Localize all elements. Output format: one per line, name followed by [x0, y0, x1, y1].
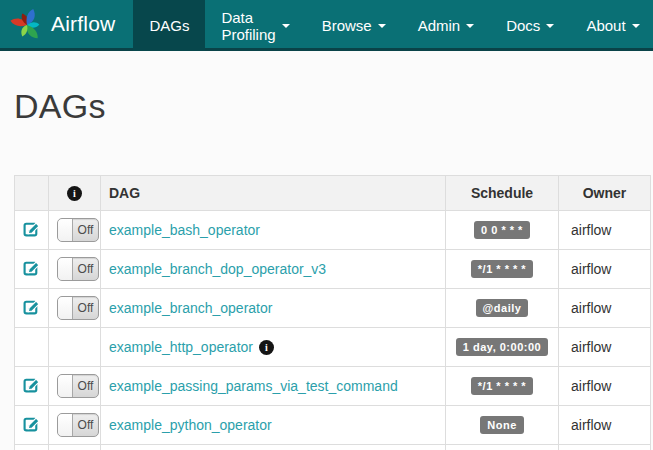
- dag-link[interactable]: example_passing_params_via_test_command: [109, 378, 398, 394]
- edit-cell: [15, 328, 49, 367]
- nav-item-admin[interactable]: Admin: [402, 0, 491, 51]
- schedule-badge: None: [480, 416, 524, 434]
- table-header-row: i DAG Schedule Owner: [15, 176, 651, 211]
- dag-on-off-toggle[interactable]: Off: [57, 413, 99, 437]
- main-content: DAGs i DAG Schedule Owner Offexample_bas…: [0, 87, 653, 450]
- chevron-down-icon: [378, 24, 386, 28]
- dag-on-off-toggle[interactable]: Off: [57, 374, 99, 398]
- edit-dag-icon[interactable]: [23, 220, 40, 237]
- dag-link[interactable]: example_bash_operator: [109, 222, 260, 238]
- chevron-down-icon: [632, 24, 640, 28]
- edit-dag-icon[interactable]: [23, 415, 40, 432]
- dag-cell: example_passing_params_via_test_command: [101, 367, 446, 406]
- table-row: example_http_operatori1 day, 0:00:00airf…: [15, 328, 651, 367]
- schedule-badge: 0 0 * * *: [474, 221, 530, 239]
- edit-cell: [15, 406, 49, 445]
- owner-cell: airflow: [559, 211, 651, 250]
- airflow-brand[interactable]: Airflow: [0, 0, 125, 48]
- dag-cell: example_bash_operator: [101, 211, 446, 250]
- edit-dag-icon[interactable]: [23, 376, 40, 393]
- toggle-knob: [58, 297, 73, 319]
- info-icon: i: [67, 186, 82, 201]
- chevron-down-icon: [466, 24, 474, 28]
- chevron-down-icon: [546, 24, 554, 28]
- schedule-badge: 1 day, 0:00:00: [456, 338, 548, 356]
- dag-link[interactable]: example_branch_dop_operator_v3: [109, 261, 326, 277]
- nav-item-docs[interactable]: Docs: [490, 0, 570, 51]
- header-info-column: i: [49, 176, 101, 211]
- dag-on-off-toggle[interactable]: Off: [57, 257, 99, 281]
- toggle-knob: [58, 258, 73, 280]
- nav-item-label: About: [586, 17, 625, 34]
- nav-item-label: Docs: [506, 17, 540, 34]
- header-edit-column: [15, 176, 49, 211]
- owner-cell: [559, 445, 651, 450]
- schedule-badge: @daily: [476, 299, 529, 317]
- header-schedule[interactable]: Schedule: [446, 176, 559, 211]
- owner-cell: airflow: [559, 328, 651, 367]
- owner-cell: airflow: [559, 289, 651, 328]
- header-dag[interactable]: DAG: [101, 176, 446, 211]
- dag-on-off-toggle[interactable]: Off: [57, 218, 99, 242]
- table-row: Offexample_passing_params_via_test_comma…: [15, 367, 651, 406]
- edit-cell: [15, 250, 49, 289]
- owner-cell: airflow: [559, 367, 651, 406]
- schedule-cell: */1 * * * *: [446, 250, 559, 289]
- owner-cell: airflow: [559, 406, 651, 445]
- dag-link[interactable]: example_python_operator: [109, 417, 272, 433]
- nav-item-label: Data Profiling: [221, 9, 275, 43]
- toggle-knob: [58, 219, 73, 241]
- airflow-pinwheel-logo-icon: [8, 5, 46, 43]
- schedule-cell: @daily: [446, 289, 559, 328]
- toggle-knob: [58, 414, 73, 436]
- chevron-down-icon: [282, 24, 290, 28]
- schedule-cell: */1 * * * *: [446, 367, 559, 406]
- table-row: Offexample_branch_dop_operator_v3*/1 * *…: [15, 250, 651, 289]
- toggle-off-label: Off: [73, 375, 98, 397]
- schedule-cell: [446, 445, 559, 450]
- nav-item-data-profiling[interactable]: Data Profiling: [205, 0, 305, 51]
- toggle-off-label: Off: [73, 297, 98, 319]
- edit-cell: [15, 289, 49, 328]
- nav-item-dags[interactable]: DAGs: [133, 0, 205, 51]
- nav-item-about[interactable]: About: [570, 0, 653, 51]
- header-owner[interactable]: Owner: [559, 176, 651, 211]
- dag-info-icon[interactable]: i: [259, 340, 274, 355]
- dag-cell: example_python_operator: [101, 406, 446, 445]
- edit-dag-icon[interactable]: [23, 259, 40, 276]
- nav-item-label: Browse: [322, 17, 372, 34]
- dag-on-off-toggle[interactable]: Off: [57, 296, 99, 320]
- schedule-badge: */1 * * * *: [471, 260, 533, 278]
- edit-cell: [15, 445, 49, 450]
- schedule-cell: 1 day, 0:00:00: [446, 328, 559, 367]
- nav-menu: DAGsData ProfilingBrowseAdminDocsAbout: [133, 0, 653, 48]
- dag-cell: example_http_operatori: [101, 328, 446, 367]
- owner-cell: airflow: [559, 250, 651, 289]
- dags-table: i DAG Schedule Owner Offexample_bash_ope…: [14, 175, 651, 450]
- edit-cell: [15, 367, 49, 406]
- toggle-knob: [58, 375, 73, 397]
- toggle-cell: Off: [49, 289, 101, 328]
- toggle-cell: Off: [49, 367, 101, 406]
- schedule-cell: None: [446, 406, 559, 445]
- edit-cell: [15, 211, 49, 250]
- dag-link[interactable]: example_http_operator: [109, 339, 253, 355]
- brand-label: Airflow: [51, 12, 115, 36]
- toggle-cell: Off: [49, 211, 101, 250]
- nav-item-label: Admin: [418, 17, 461, 34]
- toggle-off-label: Off: [73, 219, 98, 241]
- nav-item-browse[interactable]: Browse: [306, 0, 402, 51]
- table-row: Offexample_python_operatorNoneairflow: [15, 406, 651, 445]
- toggle-cell: Off: [49, 406, 101, 445]
- toggle-cell: Off: [49, 445, 101, 450]
- dag-link[interactable]: example_branch_operator: [109, 300, 272, 316]
- toggle-off-label: Off: [73, 258, 98, 280]
- schedule-cell: 0 0 * * *: [446, 211, 559, 250]
- top-navbar: Airflow DAGsData ProfilingBrowseAdminDoc…: [0, 0, 653, 51]
- table-row: Offexample_branch_operator@dailyairflow: [15, 289, 651, 328]
- table-row: Off: [15, 445, 651, 450]
- edit-dag-icon[interactable]: [23, 298, 40, 315]
- toggle-cell: Off: [49, 250, 101, 289]
- page-title: DAGs: [14, 87, 639, 126]
- dag-cell: example_branch_dop_operator_v3: [101, 250, 446, 289]
